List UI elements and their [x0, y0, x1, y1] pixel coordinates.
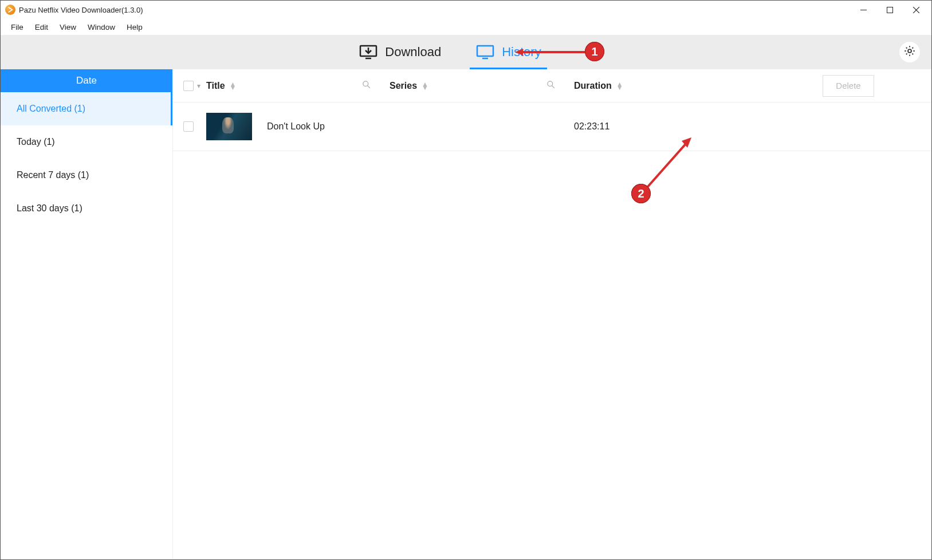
delete-button[interactable]: Delete: [823, 75, 874, 97]
main-content: ▾ Title ▲▼ Series ▲▼ Duration ▲▼ Delete: [172, 69, 931, 559]
menu-file[interactable]: File: [5, 21, 29, 34]
column-series-label: Series: [390, 81, 417, 91]
sort-icon: ▲▼: [422, 82, 428, 89]
svg-rect-1: [887, 7, 892, 13]
table-row: Don't Look Up 02:23:11: [173, 102, 931, 151]
sort-icon: ▲▼: [230, 82, 237, 89]
gear-icon: [903, 45, 916, 60]
svg-rect-7: [477, 46, 493, 56]
sidebar-item-all-converted[interactable]: All Converted (1): [1, 92, 172, 125]
svg-line-18: [643, 142, 687, 192]
sidebar-item-last-30-days[interactable]: Last 30 days (1): [1, 192, 172, 225]
annotation-badge-1: 1: [585, 42, 604, 61]
sidebar-item-label: Recent 7 days (1): [17, 170, 89, 180]
search-title-icon[interactable]: [362, 80, 371, 91]
delete-row-button[interactable]: [853, 120, 866, 133]
svg-marker-11: [515, 49, 523, 56]
sidebar-item-recent-7-days[interactable]: Recent 7 days (1): [1, 159, 172, 192]
menu-help[interactable]: Help: [121, 21, 148, 34]
video-thumbnail: [206, 113, 252, 140]
annotation-badge-2: 2: [631, 184, 651, 203]
settings-button[interactable]: [899, 42, 920, 62]
sort-icon: ▲▼: [616, 82, 623, 89]
column-title[interactable]: Title ▲▼: [206, 81, 237, 91]
open-folder-button[interactable]: [830, 120, 843, 133]
sidebar-item-today[interactable]: Today (1): [1, 125, 172, 159]
minimize-button[interactable]: [850, 1, 876, 19]
row-title: Don't Look Up: [267, 121, 325, 132]
tab-download-label: Download: [385, 45, 441, 60]
history-icon: [475, 44, 495, 61]
sidebar: Date All Converted (1) Today (1) Recent …: [1, 69, 172, 559]
titlebar: Pazu Netflix Video Downloader(1.3.0): [1, 1, 931, 19]
svg-point-14: [548, 81, 553, 86]
menubar: File Edit View Window Help: [1, 19, 931, 35]
tab-download[interactable]: Download: [353, 35, 447, 69]
toolbar: Download History 1: [1, 35, 931, 69]
menu-window[interactable]: Window: [82, 21, 121, 34]
column-duration[interactable]: Duration ▲▼: [574, 81, 623, 91]
sidebar-item-label: Today (1): [17, 137, 55, 147]
annotation-arrow-1: [515, 48, 589, 57]
chevron-down-icon[interactable]: ▾: [197, 82, 200, 90]
svg-line-13: [367, 85, 369, 88]
maximize-button[interactable]: [876, 1, 903, 19]
table-header: ▾ Title ▲▼ Series ▲▼ Duration ▲▼ Delete: [173, 69, 931, 102]
search-series-icon[interactable]: [546, 80, 555, 91]
delete-button-label: Delete: [836, 81, 860, 90]
sidebar-item-label: Last 30 days (1): [17, 203, 82, 214]
window-title: Pazu Netflix Video Downloader(1.3.0): [19, 6, 143, 14]
sidebar-item-label: All Converted (1): [17, 104, 85, 114]
row-checkbox[interactable]: [183, 121, 194, 132]
row-duration: 02:23:11: [574, 121, 609, 132]
select-all-checkbox[interactable]: [183, 81, 194, 91]
menu-view[interactable]: View: [54, 21, 82, 34]
column-duration-label: Duration: [574, 81, 612, 91]
svg-line-15: [552, 85, 554, 88]
sidebar-header: Date: [1, 69, 172, 92]
close-button[interactable]: [903, 1, 929, 19]
menu-edit[interactable]: Edit: [29, 21, 54, 34]
column-series[interactable]: Series ▲▼: [390, 81, 428, 91]
app-icon: [5, 5, 15, 15]
download-icon: [359, 44, 378, 61]
column-title-label: Title: [206, 81, 225, 91]
svg-point-12: [363, 81, 368, 86]
svg-point-9: [908, 49, 911, 53]
